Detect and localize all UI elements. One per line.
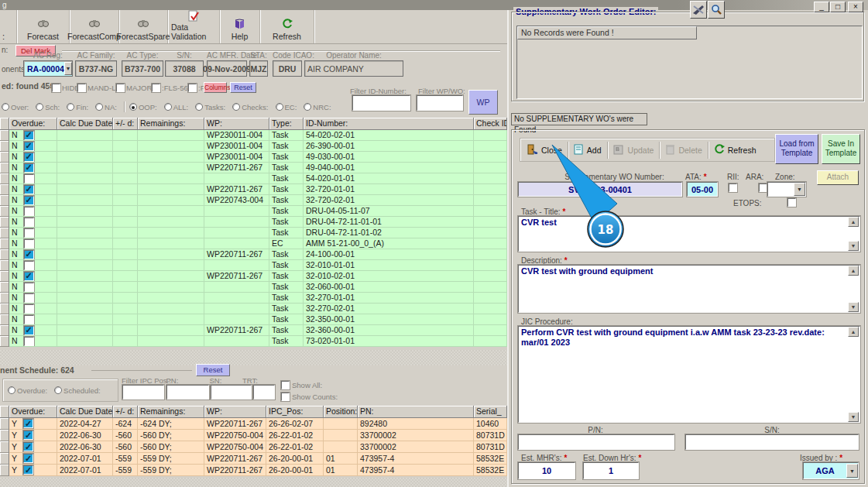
column-header[interactable]: Serial_: [474, 406, 507, 418]
radio-button[interactable]: [36, 103, 43, 111]
table-row[interactable]: NTask32-060-00-01: [0, 282, 507, 293]
refresh-button[interactable]: Refresh: [709, 142, 761, 159]
table-row[interactable]: NWP230011-004Task26-390-00-01: [0, 141, 507, 152]
field-value[interactable]: RA-00004▼: [23, 60, 73, 77]
table-row[interactable]: NWP220711-267Task32-720-01-01: [0, 184, 507, 195]
table-row[interactable]: NWP230011-004Task49-030-00-01: [0, 152, 507, 163]
column-header[interactable]: Remainings:: [138, 406, 204, 418]
schedule-reset-button[interactable]: Reset: [196, 364, 230, 376]
table-row[interactable]: NTask54-020-01-01: [0, 173, 507, 184]
schedule-filter-input-trt[interactable]: [253, 385, 275, 400]
row-checkbox[interactable]: [24, 185, 34, 194]
table-row[interactable]: NWP220711-267Task49-040-00-01: [0, 163, 507, 173]
forecastspare-button[interactable]: ForecastSpare: [119, 10, 168, 43]
checkbox[interactable]: [188, 84, 197, 92]
table-row[interactable]: NTaskDRU-04-72-11-01-01: [0, 217, 507, 228]
scroll-up-icon[interactable]: ▲: [848, 266, 859, 276]
table-row[interactable]: NTask32-270-02-01: [0, 304, 507, 314]
etops-checkbox[interactable]: [787, 198, 796, 207]
issued-by-dropdown[interactable]: AGA ▼: [803, 462, 859, 479]
chevron-down-icon[interactable]: ▼: [64, 62, 72, 75]
close-window-button[interactable]: ×: [848, 2, 863, 12]
checkbox[interactable]: [52, 84, 60, 92]
row-checkbox[interactable]: [24, 218, 34, 227]
ata-field[interactable]: 05-00: [687, 182, 718, 197]
pn-input[interactable]: [518, 434, 674, 450]
schedule-filter-input-sn[interactable]: [211, 385, 252, 400]
chevron-down-icon[interactable]: ▼: [846, 464, 858, 478]
est-down-input[interactable]: 1: [583, 462, 639, 479]
checkbox[interactable]: [281, 393, 290, 401]
checkbox[interactable]: [281, 381, 290, 389]
checkbox[interactable]: [77, 84, 86, 92]
radio-fin[interactable]: Fin:: [67, 103, 88, 111]
jic-procedure-input[interactable]: Perform CVR test with ground equipment i…: [518, 326, 860, 423]
table-row[interactable]: NTask32-010-01-01: [0, 260, 507, 271]
row-checkbox[interactable]: [24, 163, 34, 173]
plane-toolbar-button[interactable]: [690, 1, 707, 19]
table-row[interactable]: NTask32-350-00-01: [0, 314, 507, 325]
table-row[interactable]: NWP220711-267Task32-010-02-01: [0, 271, 507, 282]
chevron-down-icon[interactable]: ▼: [794, 183, 805, 196]
row-checkbox[interactable]: [23, 454, 33, 463]
row-checkbox[interactable]: [23, 430, 33, 440]
column-header[interactable]: WP:: [204, 406, 266, 418]
radio-button[interactable]: [164, 103, 172, 111]
column-header[interactable]: WP:: [204, 118, 269, 130]
scroll-down-icon[interactable]: ▼: [848, 302, 859, 312]
column-header[interactable]: Remainings:: [138, 118, 204, 130]
maximize-button[interactable]: □: [830, 2, 846, 12]
table-row[interactable]: Y2022-04-27-624-624 DY;WP220711-26726-26…: [0, 418, 507, 430]
table-row[interactable]: NWP220743-004Task32-720-02-01: [0, 195, 507, 206]
scroll-up-icon[interactable]: ▲: [848, 217, 859, 227]
task-title-input[interactable]: CVR test: [518, 216, 860, 252]
toolbar-partial-button[interactable]: :: [0, 10, 17, 43]
row-checkbox[interactable]: [24, 326, 34, 335]
save-in-template-button[interactable]: Save InTemplate: [822, 134, 860, 164]
row-checkbox[interactable]: [23, 442, 33, 451]
help-button[interactable]: Help: [220, 10, 260, 43]
radio-oop[interactable]: OOP:: [129, 103, 157, 111]
row-checkbox[interactable]: [24, 228, 34, 238]
radio-button[interactable]: [2, 103, 9, 111]
close-button[interactable]: Close: [522, 142, 567, 159]
column-header[interactable]: +/- d:: [113, 118, 138, 130]
column-header[interactable]: Calc Due Date:: [57, 406, 113, 418]
row-checkbox[interactable]: [24, 196, 34, 205]
wo-number-field[interactable]: SVO0003-00401: [518, 182, 682, 197]
sn-input[interactable]: [685, 434, 859, 450]
forecast-button[interactable]: Forecast: [17, 10, 70, 43]
radio-button[interactable]: [304, 103, 311, 111]
search-toolbar-button[interactable]: [708, 1, 725, 19]
zone-dropdown[interactable]: ▼: [767, 182, 806, 197]
radio-all[interactable]: ALL:: [164, 103, 189, 111]
filter-wp-input[interactable]: [417, 95, 463, 111]
table-row[interactable]: NECAMM 51-21-00_0_(A): [0, 238, 507, 249]
row-selector-header[interactable]: [0, 406, 9, 418]
row-checkbox[interactable]: [24, 337, 34, 346]
schedule-checkbox-showall[interactable]: Show All:: [281, 381, 322, 389]
table-row[interactable]: NWP230011-004Task54-020-02-01: [0, 130, 507, 141]
table-row[interactable]: NTaskDRU-04-72-11-01-02: [0, 228, 507, 238]
column-header[interactable]: Type:: [269, 118, 304, 130]
row-checkbox[interactable]: [23, 419, 33, 428]
column-header[interactable]: Calc Due Date:: [57, 118, 113, 130]
schedule-filter-input-pn[interactable]: [166, 385, 209, 400]
column-header[interactable]: Position:: [324, 406, 358, 418]
row-checkbox[interactable]: [24, 315, 34, 324]
radio-sch[interactable]: Sch:: [36, 103, 60, 111]
row-checkbox[interactable]: [24, 131, 34, 140]
row-checkbox[interactable]: [24, 272, 34, 281]
row-checkbox[interactable]: [24, 250, 34, 259]
filter-checkbox-major[interactable]: MAJOR:: [116, 84, 154, 92]
table-row[interactable]: NTask32-270-01-01: [0, 293, 507, 304]
records-list[interactable]: No Records were Found !: [516, 26, 863, 99]
filter-checkbox-fls56[interactable]: :FLS-56: [152, 84, 188, 92]
radio-button[interactable]: [8, 386, 15, 394]
row-selector-header[interactable]: [0, 118, 9, 130]
table-row[interactable]: NTaskDRU-04-05-11-07: [0, 206, 507, 217]
column-header[interactable]: IPC_Pos:: [266, 406, 324, 418]
row-checkbox[interactable]: [24, 293, 34, 303]
column-header[interactable]: Overdue:: [9, 406, 57, 418]
schedule-filter-input-filteripcpos[interactable]: [122, 385, 164, 400]
